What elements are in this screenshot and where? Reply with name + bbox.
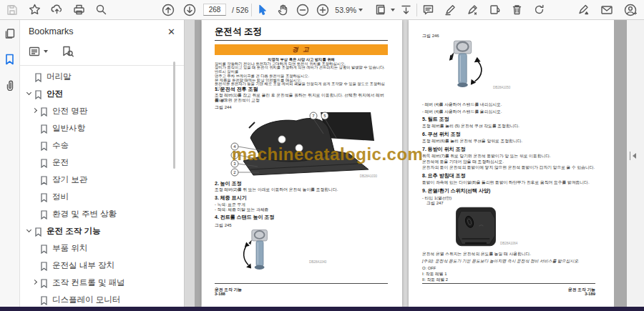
bookmark-item[interactable]: 장기 보관 (20, 172, 184, 189)
bookmark-item[interactable]: 수송 (20, 138, 184, 155)
zoom-level-value: 53.9% (335, 6, 356, 14)
figure-label: 그림 245 (215, 222, 232, 229)
page-thumbnails-icon[interactable] (2, 26, 18, 41)
section-heading: 1. 운전석 전후 조절 (215, 86, 258, 93)
section-body: 조정 레버를 눌러 (5) 운전석 쿠션 각도를 조정합니다. (422, 124, 608, 129)
section-heading: 6. 쿠션 위치 조정 (422, 131, 461, 138)
bookmark-item[interactable]: 일반사항 (20, 121, 184, 138)
note-text: [주의]: 운전석 온도가 기본 온도보다 높아지면 즉시 운전석 정비 서비스… (422, 259, 608, 264)
chevron-right-icon[interactable] (31, 107, 36, 112)
bookmarks-panel-icon[interactable] (2, 51, 18, 67)
rotate-pages-icon[interactable] (531, 2, 547, 18)
bookmark-item[interactable]: 디스플레이 모니터 (20, 292, 184, 307)
watermark: machinecatalogic.com (232, 144, 423, 164)
bookmark-item[interactable]: 환경 및 주변 상황 (20, 207, 184, 224)
attachments-icon[interactable] (2, 77, 18, 93)
navigation-rail (0, 20, 20, 307)
footer-page-number: 3-188 (215, 292, 225, 296)
bookmark-item[interactable]: 부품 위치 (20, 241, 184, 258)
page-total-label: / 526 (232, 6, 248, 14)
scrollbar-thumb[interactable] (614, 20, 627, 307)
footer-rule (422, 283, 595, 284)
chevron-down-icon[interactable] (26, 227, 31, 232)
bottom-window-edge (0, 307, 644, 311)
print-icon[interactable] (71, 2, 87, 18)
zoom-out-icon[interactable] (295, 2, 311, 18)
page-number-input[interactable] (203, 4, 226, 16)
figure-label: 그림 247 (426, 200, 444, 207)
select-tool-icon[interactable] (255, 2, 270, 18)
figure-code: DB28A1040 (309, 260, 326, 264)
bookmark-item[interactable]: 정비 (20, 189, 184, 207)
email-icon[interactable] (599, 2, 615, 18)
section-heading: 8. 요추 받침대 조정 (422, 172, 466, 179)
delete-pages-icon[interactable] (509, 2, 525, 18)
share-cloud-icon[interactable] (49, 2, 64, 18)
section-body: 운전석 온열 스위치는 운전석의 온도를 높일 때 사용합니다. (422, 252, 608, 257)
bookmark-icon (34, 89, 44, 102)
bookmark-icon (40, 124, 49, 137)
bookmark-icon (40, 244, 49, 257)
search-bookmarks-icon[interactable] (59, 44, 75, 59)
bookmark-icon (40, 278, 49, 291)
seat-diagram-figure: 7 5 6 8 4 1 3 2 (229, 109, 382, 178)
chevron-down-icon[interactable] (26, 89, 31, 94)
page-fit-icon (373, 2, 389, 18)
save-icon[interactable] (4, 2, 20, 18)
document-viewer[interactable]: 운전석 조정 경 고 치명적 부상 혹은 사망 사고 방지를 위해 장비를 작동… (185, 20, 644, 307)
zoom-level-dropdown[interactable]: 53.9% (335, 6, 363, 14)
bookmark-icon (40, 158, 49, 171)
expand-tools-handle[interactable] (630, 152, 636, 160)
section-body: 조정 레버(6)를 눌러 운전석 쿠션을 앞뒤로 조정합니다. (422, 139, 608, 144)
section-body: 됩니다. (215, 98, 388, 103)
bookmark-item[interactable]: 조작 컨트롤 및 패널 (20, 275, 184, 292)
bookmark-icon (40, 175, 49, 188)
bookmark-icon (34, 72, 44, 85)
bullet-item: 레버 (4)를 사용하여 스탠드를 올리십시오. (422, 109, 502, 115)
page-view-dropdown[interactable] (373, 2, 395, 18)
section-heading: 3. 체중 표시기 (215, 194, 247, 202)
bookmark-options-menu[interactable] (29, 46, 48, 57)
sign-icon[interactable] (464, 2, 480, 18)
top-toolbar: / 526 53.9% (0, 0, 644, 20)
account-icon[interactable] (623, 2, 638, 18)
switch-figure (454, 206, 497, 247)
chevron-right-icon[interactable] (31, 279, 36, 284)
zoom-in-icon[interactable] (315, 2, 331, 18)
bookmark-item[interactable]: 안전 명판 (20, 104, 184, 121)
previous-page-icon[interactable] (160, 2, 176, 18)
bookmark-item[interactable]: 운전 (20, 155, 184, 172)
bookmark-item[interactable]: 운전 조작 기능 (20, 224, 184, 241)
bookmark-icon (40, 107, 49, 119)
bookmark-item[interactable]: 안전 (20, 87, 184, 104)
star-favorite-icon[interactable] (26, 2, 42, 18)
highlight-icon[interactable] (442, 2, 458, 18)
hand-tool-icon[interactable] (275, 2, 291, 18)
bookmark-item[interactable]: 머리말 (20, 69, 184, 87)
bookmark-icon (40, 261, 49, 274)
organize-pages-icon[interactable] (487, 2, 502, 18)
section-heading: 4. 컨트롤 스탠드 높이 조정 (215, 214, 275, 221)
pdf-viewer-app: / 526 53.9% (0, 0, 644, 311)
bookmark-item[interactable]: 운전실 내부 장치 (20, 258, 184, 275)
bookmark-icon (40, 141, 49, 154)
section-heading: 2. 높이 조정 (215, 180, 242, 187)
panel-scrollbar[interactable] (173, 61, 175, 169)
close-icon[interactable]: ✕ (167, 27, 175, 36)
figure-code: DB28A1030 (334, 174, 377, 178)
toolbar-divider (251, 4, 252, 16)
next-page-icon[interactable] (182, 2, 197, 18)
section-heading: 5. 틸트 조정 (422, 116, 449, 123)
bullet-item: 레버 (4)를 사용하여 스탠드를 내리십시오. (422, 102, 502, 108)
footer-rule (215, 283, 388, 284)
fill-sign-icon[interactable] (575, 2, 591, 18)
search-icon[interactable] (93, 2, 109, 18)
bookmarks-panel-title: Bookmarks (29, 26, 74, 36)
scrolling-mode-icon[interactable] (398, 2, 414, 18)
comment-icon[interactable] (420, 2, 436, 18)
section-body: 등받이 좌측에 있는 다이얼(8)을 돌리면 등받이 하단부가 전후로 움직여 … (422, 180, 608, 185)
bookmark-icon (40, 295, 49, 307)
bookmark-icon (40, 192, 49, 205)
section-body: 조정 레버(2)를 위 또는 아래로 이동하여 운전석 높이를 조정합니다. (215, 187, 388, 192)
lever-figure (239, 229, 273, 272)
